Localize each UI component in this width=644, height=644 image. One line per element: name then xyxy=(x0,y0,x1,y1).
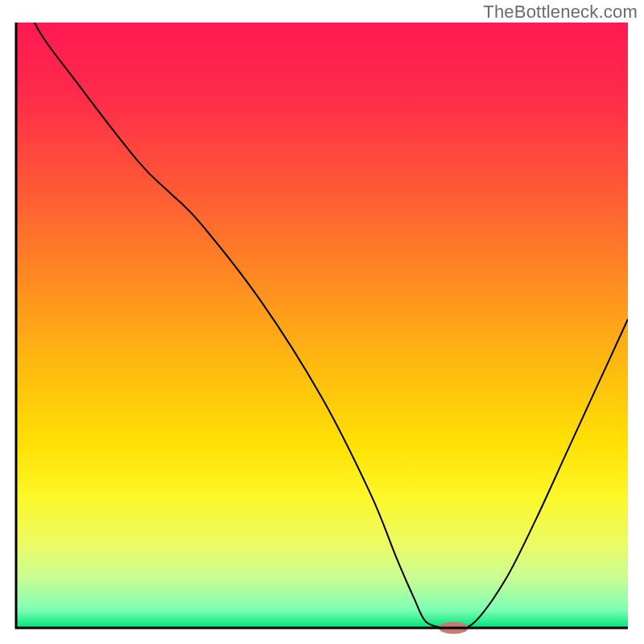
watermark-text: TheBottleneck.com xyxy=(483,2,638,23)
plot-svg xyxy=(0,0,644,644)
chart-stage: TheBottleneck.com xyxy=(0,0,644,644)
gradient-background xyxy=(16,23,628,628)
